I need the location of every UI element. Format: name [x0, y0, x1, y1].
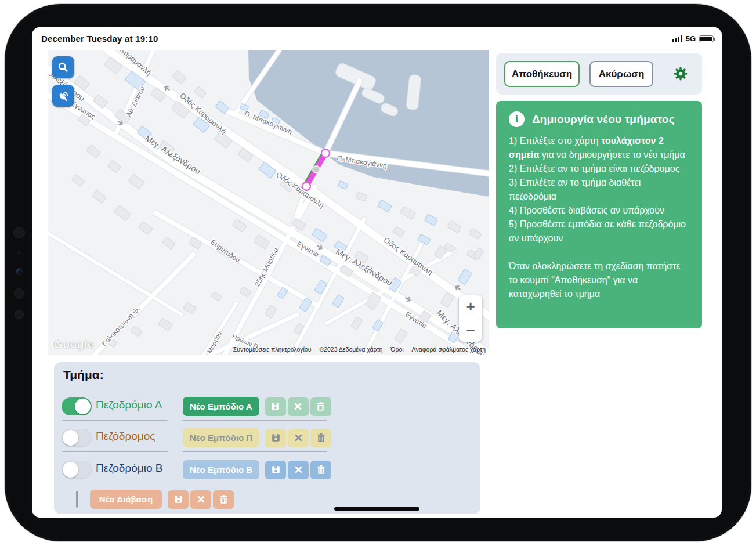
trash-icon [316, 464, 327, 475]
x-mark-icon [293, 432, 304, 443]
instructions-panel: i Δημιουργία νέου τμήματος 1) Επιλέξτε σ… [496, 101, 702, 328]
segment-row-4: Νέα Διάβαση [54, 490, 480, 509]
satellite-dish-icon [57, 89, 70, 102]
toggle-switch[interactable] [62, 429, 92, 447]
page-background: December Tuesday at 19:10 5G ΚαραμανλήΟδ… [0, 0, 756, 546]
zoom-out-button[interactable]: − [459, 319, 482, 342]
save-icon-button[interactable] [265, 429, 286, 447]
info-icon: i [509, 111, 525, 127]
battery-icon [699, 35, 714, 42]
instruction-step-3: 3) Επιλέξτε αν το τμήμα διαθέτει πεζοδρό… [509, 176, 689, 204]
toggle-switch[interactable] [62, 461, 92, 479]
camera-lens-icon [15, 310, 24, 319]
toggle-knob [63, 430, 78, 446]
home-indicator[interactable] [334, 507, 419, 511]
search-button[interactable] [52, 56, 74, 78]
x-mark-icon [292, 401, 303, 412]
instructions-title: Δημιουργία νέου τμήματος [532, 113, 675, 126]
status-bar: December Tuesday at 19:10 5G [32, 27, 722, 50]
segment-row-2: Πεζόδρομος Νέο Εμπόδιο Π [54, 428, 480, 448]
indent-divider [76, 491, 78, 508]
trash-icon [218, 494, 229, 505]
floppy-save-icon [270, 432, 281, 443]
camera-lens-icon [14, 288, 24, 299]
cancel-icon-button[interactable] [288, 461, 309, 479]
instruction-step-2: 2) Επιλέξτε αν το τμήμα είναι πεζόδρομος [509, 162, 689, 176]
map-canvas[interactable]: ΚαραμανλήΟδός ΚαραμανλήΟδός ΚαραμανλήΟδό… [48, 50, 489, 355]
network-type-label: 5G [686, 34, 696, 43]
screen: December Tuesday at 19:10 5G ΚαραμανλήΟδ… [32, 27, 722, 518]
report-map-error-link[interactable]: Αναφορά σφάλματος χάρτη [412, 346, 486, 353]
new-obstacle-button[interactable]: Νέο Εμπόδιο Π [183, 428, 259, 447]
action-bar: Αποθήκευση Ακύρωση [496, 53, 702, 95]
rear-camera-icon [13, 227, 25, 238]
save-button[interactable]: Αποθήκευση [504, 61, 580, 87]
map[interactable]: ΚαραμανλήΟδός ΚαραμανλήΟδός ΚαραμανλήΟδό… [48, 50, 489, 355]
row-button-group: Νέα Διάβαση [90, 490, 234, 509]
status-icons: 5G [672, 34, 714, 43]
row-button-group: Νέο Εμπόδιο Α [183, 397, 331, 416]
settings-gear-icon[interactable] [673, 66, 688, 81]
delete-icon-button[interactable] [310, 397, 331, 416]
segment-panel-title: Τμήμα: [63, 368, 104, 382]
segment-panel: Τμήμα: Πεζοδρόμιο Α Νέο Εμπόδιο Α [54, 362, 480, 514]
instruction-step-5: 5) Προσθέστε εμπόδια σε κάθε πεζοδρόμιο … [509, 218, 689, 245]
terms-link[interactable]: Όροι [390, 346, 403, 353]
search-icon [57, 61, 70, 74]
floppy-save-icon [270, 464, 281, 475]
save-icon-button[interactable] [265, 461, 286, 479]
toggle-switch[interactable] [62, 397, 92, 415]
segment-row-label: Πεζόδρομος [96, 430, 155, 443]
new-obstacle-button[interactable]: Νέα Διάβαση [90, 490, 162, 509]
toggle-knob [63, 462, 78, 478]
cancel-icon-button[interactable] [288, 429, 309, 447]
floppy-save-icon [173, 494, 184, 505]
map-data-label: ©2023 Δεδομένα χάρτη [319, 346, 382, 353]
segment-row-3: Πεζοδρόμιο Β Νέο Εμπόδιο Β [54, 460, 480, 480]
segment-row-label: Πεζοδρόμιο Α [96, 399, 162, 411]
row-button-group: Νέο Εμπόδιο Β [183, 460, 331, 479]
cancel-icon-button[interactable] [288, 397, 309, 416]
trash-icon [316, 432, 327, 443]
row-button-group: Νέο Εμπόδιο Π [183, 428, 331, 447]
delete-icon-button[interactable] [310, 461, 331, 479]
x-mark-icon [293, 464, 304, 475]
trash-icon [315, 401, 326, 412]
delete-icon-button[interactable] [310, 429, 331, 447]
cancel-button[interactable]: Ακύρωση [589, 61, 653, 87]
status-datetime: December Tuesday at 19:10 [41, 34, 158, 44]
cancel-icon-button[interactable] [190, 490, 211, 509]
camera-lens-icon [16, 268, 23, 275]
new-obstacle-button[interactable]: Νέο Εμπόδιο Β [183, 460, 259, 479]
save-icon-button[interactable] [168, 490, 189, 509]
zoom-in-button[interactable]: + [459, 295, 482, 319]
gps-button[interactable] [52, 85, 74, 107]
instruction-step-4: 4) Προσθέστε διαβάσεις αν υπάρχουν [509, 204, 689, 218]
google-logo: Google [54, 338, 94, 351]
instruction-step-1: 1) Επιλέξτε στο χάρτη τουλάχιστον 2 σημε… [509, 134, 689, 162]
save-icon-button[interactable] [265, 397, 286, 416]
instructions-footer: Όταν ολοκληρώσετε τη σχεδίαση πατήστε το… [509, 259, 689, 301]
microphone-dot-icon [18, 252, 20, 254]
segment-row-1: Πεζοδρόμιο Α Νέο Εμπόδιο Α [54, 397, 480, 417]
floppy-save-icon [270, 401, 281, 412]
delete-icon-button[interactable] [213, 490, 234, 509]
x-mark-icon [196, 494, 207, 505]
zoom-control: + − [459, 295, 482, 342]
new-obstacle-button[interactable]: Νέο Εμπόδιο Α [183, 397, 259, 416]
segment-row-label: Πεζοδρόμιο Β [96, 462, 163, 475]
map-attribution: Συντομεύσεις πληκτρολογίου ©2023 Δεδομέν… [233, 346, 486, 353]
keyboard-shortcuts-link[interactable]: Συντομεύσεις πληκτρολογίου [233, 346, 312, 353]
tablet-frame: December Tuesday at 19:10 5G ΚαραμανλήΟδ… [5, 4, 751, 541]
toggle-knob [75, 399, 91, 414]
signal-bars-icon [672, 35, 682, 42]
